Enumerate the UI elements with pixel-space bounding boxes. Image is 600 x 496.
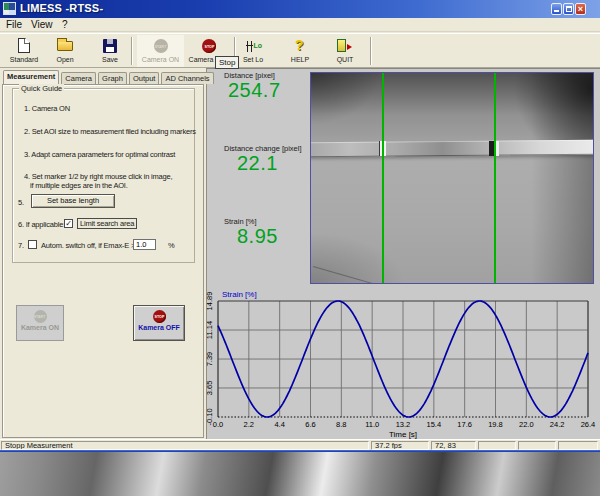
main-client-area: Measurement Camera Graph Output AD Chann… bbox=[0, 68, 600, 439]
tab-camera[interactable]: Camera bbox=[61, 72, 96, 84]
minimize-button[interactable] bbox=[551, 3, 562, 15]
svg-text:26.4: 26.4 bbox=[581, 420, 596, 429]
background-scratch bbox=[313, 266, 400, 284]
camera-live-image[interactable] bbox=[310, 72, 594, 284]
menu-view[interactable]: View bbox=[31, 19, 53, 30]
toolbar-standard-button[interactable]: Standard bbox=[2, 35, 46, 67]
start-circle-icon: START bbox=[34, 310, 47, 323]
svg-text:3.65: 3.65 bbox=[205, 381, 214, 396]
toolbar-set-lo-label: Set Lo bbox=[236, 56, 270, 63]
quick-guide-title: Quick Guide bbox=[19, 84, 64, 93]
strain-value: 8.95 bbox=[237, 225, 278, 248]
toolbar-help-label: HELP bbox=[280, 56, 320, 63]
specimen-strip bbox=[310, 140, 594, 158]
app-window: LIMESS -RTSS- × File View ? Standard Ope… bbox=[0, 0, 600, 452]
svg-text:11.14: 11.14 bbox=[205, 321, 214, 339]
set-base-length-button[interactable]: Set base length bbox=[31, 194, 115, 208]
svg-text:Strain [%]: Strain [%] bbox=[222, 290, 257, 299]
menu-file[interactable]: File bbox=[6, 19, 22, 30]
close-icon: × bbox=[576, 3, 585, 15]
svg-text:Time [s]: Time [s] bbox=[389, 430, 417, 439]
svg-text:8.8: 8.8 bbox=[336, 420, 346, 429]
window-title: LIMESS -RTSS- bbox=[20, 2, 103, 14]
toolbar-separator bbox=[370, 37, 372, 65]
menubar: File View ? bbox=[0, 18, 600, 32]
svg-text:0.0: 0.0 bbox=[213, 420, 223, 429]
tab-ad-channels[interactable]: AD Channels bbox=[161, 72, 213, 84]
marker-line-1 bbox=[382, 73, 384, 284]
status-empty-cell bbox=[558, 441, 598, 450]
kamera-on-label: Kamera ON bbox=[17, 324, 63, 331]
quick-guide-step-3: 3. Adapt camera parameters for optimal c… bbox=[24, 150, 175, 159]
auto-switch-off-label: Autom. switch off, if Emax-E > bbox=[41, 241, 135, 250]
distance-change-value: 22.1 bbox=[237, 152, 278, 175]
kamera-off-button[interactable]: STOP Kamera OFF bbox=[133, 305, 185, 341]
app-icon[interactable] bbox=[3, 2, 16, 15]
status-cursor-coords: 72, 83 bbox=[431, 441, 476, 450]
minimize-icon bbox=[554, 10, 559, 12]
tab-bar: Measurement Camera Graph Output AD Chann… bbox=[3, 70, 216, 84]
open-folder-icon bbox=[57, 41, 73, 51]
distance-value: 254.7 bbox=[228, 79, 281, 102]
percent-unit-label: % bbox=[168, 241, 174, 250]
maximize-button[interactable] bbox=[563, 3, 574, 15]
quick-guide-step-1: 1. Camera ON bbox=[24, 104, 70, 113]
svg-text:13.2: 13.2 bbox=[396, 420, 411, 429]
quick-guide-step-2: 2. Set AOI size to measurement filed inc… bbox=[24, 127, 196, 136]
svg-text:6.6: 6.6 bbox=[305, 420, 315, 429]
svg-text:11.0: 11.0 bbox=[365, 420, 379, 429]
status-fps: 37.2 fps bbox=[371, 441, 429, 450]
quick-guide-step-4-line2: if multiple edges are in the AOI. bbox=[30, 181, 128, 190]
camera-start-icon: START bbox=[154, 39, 168, 53]
toolbar-help-button[interactable]: ? HELP bbox=[280, 35, 320, 67]
svg-text:19.8: 19.8 bbox=[488, 420, 503, 429]
quick-guide-step-5-number: 5. bbox=[18, 198, 24, 207]
toolbar: Standard Open Save START Camera ON STOP … bbox=[0, 33, 600, 68]
toolbar-open-label: Open bbox=[45, 56, 85, 63]
svg-text:14.89: 14.89 bbox=[205, 292, 214, 311]
strain-time-chart: 0.02.24.46.68.811.013.215.417.619.822.02… bbox=[205, 288, 600, 440]
screen: LIMESS -RTSS- × File View ? Standard Ope… bbox=[0, 0, 600, 496]
statusbar: Stopp Measurement 37.2 fps 72, 83 bbox=[0, 439, 600, 450]
quick-guide-step-7-number: 7. bbox=[18, 241, 24, 250]
titlebar[interactable]: LIMESS -RTSS- × bbox=[0, 0, 600, 18]
toolbar-open-button[interactable]: Open bbox=[45, 35, 85, 67]
tab-measurement[interactable]: Measurement bbox=[3, 70, 59, 84]
toolbar-standard-label: Standard bbox=[2, 56, 46, 63]
svg-text:17.6: 17.6 bbox=[457, 420, 472, 429]
svg-text:-0.10: -0.10 bbox=[205, 408, 214, 425]
toolbar-save-button[interactable]: Save bbox=[90, 35, 130, 67]
maximize-icon bbox=[566, 6, 572, 12]
toolbar-separator bbox=[131, 37, 133, 65]
tab-output[interactable]: Output bbox=[129, 72, 160, 84]
quit-door-icon bbox=[337, 39, 346, 52]
menu-help[interactable]: ? bbox=[62, 19, 68, 30]
tooltip: Stop bbox=[215, 56, 239, 69]
marker-line-2 bbox=[494, 73, 496, 284]
svg-text:4.4: 4.4 bbox=[274, 420, 284, 429]
quick-guide-step-4-line1: 4. Set marker 1/2 by right mouse click i… bbox=[24, 172, 172, 181]
emax-threshold-input[interactable] bbox=[133, 239, 156, 250]
kamera-off-label: Kamera OFF bbox=[134, 324, 184, 331]
tab-graph[interactable]: Graph bbox=[98, 72, 127, 84]
close-button[interactable]: × bbox=[575, 3, 586, 15]
svg-text:15.4: 15.4 bbox=[427, 420, 442, 429]
kamera-on-button[interactable]: START Kamera ON bbox=[16, 305, 64, 341]
toolbar-camera-on-label: Camera ON bbox=[137, 56, 184, 63]
auto-switch-off-checkbox[interactable] bbox=[28, 240, 37, 249]
limit-search-area-checkbox[interactable]: ✓ bbox=[64, 219, 73, 228]
set-lo-icon: Lo bbox=[244, 39, 262, 54]
limit-search-area-label[interactable]: Limit search area bbox=[77, 218, 137, 229]
stop-circle-icon: STOP bbox=[153, 310, 166, 323]
camera-stop-icon: STOP bbox=[202, 39, 216, 53]
status-empty-cell bbox=[478, 441, 516, 450]
new-document-icon bbox=[18, 38, 30, 53]
toolbar-quit-button[interactable]: QUIT bbox=[325, 35, 365, 67]
svg-text:7.39: 7.39 bbox=[205, 352, 214, 367]
toolbar-camera-on-button[interactable]: START Camera ON bbox=[137, 35, 184, 67]
save-floppy-icon bbox=[103, 39, 117, 53]
toolbar-set-lo-button[interactable]: Lo Set Lo bbox=[236, 35, 270, 67]
toolbar-quit-label: QUIT bbox=[325, 56, 365, 63]
quick-guide-step-6-label: 6. If applicable: bbox=[18, 220, 65, 229]
desktop-wallpaper bbox=[0, 452, 600, 496]
